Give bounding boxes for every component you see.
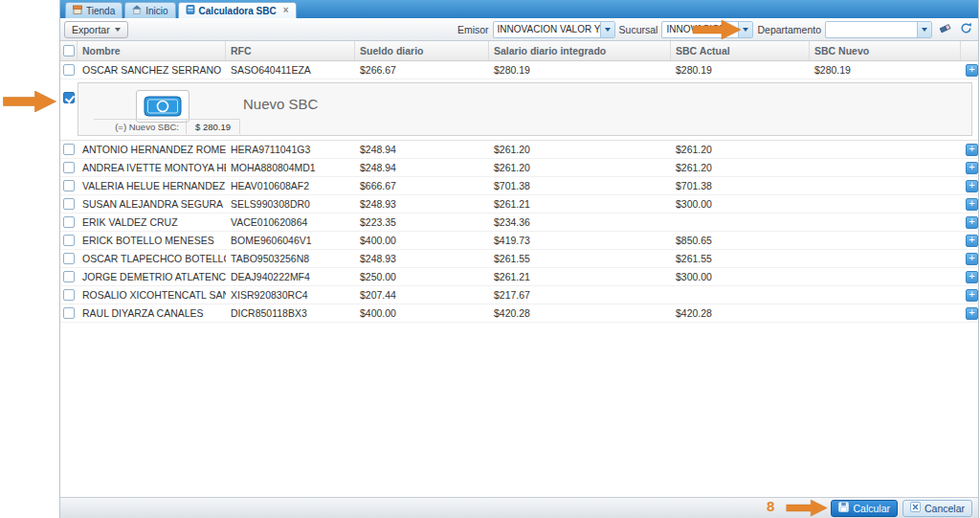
cell-nombre: JORGE DEMETRIO ATLATENCO [78, 271, 226, 282]
cell-sueldo-diario: $248.93 [355, 253, 489, 264]
exportar-button[interactable]: Exportar [64, 21, 128, 38]
row-expand-button[interactable] [966, 289, 978, 302]
table-row[interactable]: ROSALIO XICOHTENCATL SANCHEZ XISR920830R… [60, 286, 978, 304]
select-all-checkbox[interactable] [63, 45, 75, 56]
row-expand-button[interactable] [966, 144, 978, 156]
row-checkbox[interactable] [63, 198, 75, 210]
column-header-salario-diario-integrado[interactable]: Salario diario integrado [489, 41, 671, 60]
money-bill-icon [136, 90, 189, 123]
table-row[interactable]: OSCAR SANCHEZ SERRANO SASO640411EZA $266… [60, 61, 978, 79]
table-row[interactable]: ERICK BOTELLO MENESES BOME9606046V1 $400… [60, 232, 978, 250]
cell-sbc-actual: $850.65 [671, 235, 810, 246]
annotation-arrow-departamento [674, 20, 760, 39]
departamento-select[interactable] [825, 21, 932, 38]
row-expand-button[interactable] [966, 271, 978, 283]
calcular-button[interactable]: Calcular [831, 500, 898, 517]
cell-sueldo-diario: $250.00 [355, 271, 489, 282]
row-checkbox[interactable] [63, 271, 75, 282]
nuevo-sbc-result-row: (=) Nuevo SBC: $ 280.19 [94, 119, 240, 134]
calcular-label: Calcular [853, 503, 890, 514]
table-row[interactable]: VALERIA HELUE HERNANDEZ ALVA... HEAV0106… [60, 177, 978, 195]
tab-bar: Tienda Inicio Calculadora SBC × [60, 0, 978, 18]
cell-rfc: HERA9711041G3 [226, 144, 355, 155]
cell-nombre: OSCAR SANCHEZ SERRANO [78, 64, 226, 76]
close-icon[interactable]: × [283, 6, 289, 15]
row-checkbox[interactable] [63, 144, 75, 155]
cell-rfc: HEAV010608AF2 [226, 180, 355, 191]
cell-nombre: SUSAN ALEJANDRA SEGURA LUNA [78, 198, 226, 210]
tab-label: Tienda [86, 6, 115, 16]
row-expand-button[interactable] [966, 235, 978, 247]
footer-bar: Calcular Cancelar [60, 497, 978, 518]
tab-tienda[interactable]: Tienda [65, 2, 122, 18]
row-expand-button[interactable] [966, 180, 978, 192]
cell-sueldo-diario: $207.44 [355, 289, 489, 301]
column-header-nombre[interactable]: Nombre [78, 41, 226, 60]
cell-salario-diario-integrado: $280.19 [489, 64, 671, 76]
clear-filters-button[interactable] [936, 21, 953, 38]
cell-nombre: ANDREA IVETTE MONTOYA HERNA... [78, 162, 226, 173]
row-checkbox[interactable] [63, 253, 75, 264]
cancelar-button[interactable]: Cancelar [902, 500, 972, 517]
table-row[interactable]: ANDREA IVETTE MONTOYA HERNA... MOHA88080… [60, 159, 978, 177]
cell-sueldo-diario: $266.67 [355, 64, 489, 76]
cell-sueldo-diario: $400.00 [355, 235, 489, 246]
detail-panel-wrap: Nuevo SBC (=) Nuevo SBC: $ 280.19 [78, 79, 978, 140]
nuevo-sbc-panel: Nuevo SBC (=) Nuevo SBC: $ 280.19 [78, 82, 972, 136]
app-window: Tienda Inicio Calculadora SBC × Exportar… [59, 0, 979, 518]
table-row[interactable]: JORGE DEMETRIO ATLATENCO DEAJ940222MF4 $… [60, 268, 978, 286]
cell-salario-diario-integrado: $261.55 [489, 253, 671, 264]
cell-sueldo-diario: $248.94 [355, 162, 489, 173]
cell-rfc: VACE010620864 [226, 216, 355, 228]
nuevo-sbc-result-label: (=) Nuevo SBC: [94, 122, 186, 132]
tab-label: Calculadora SBC [199, 6, 277, 16]
table-row[interactable]: OSCAR TLAPECHCO BOTELLO TABO9503256N8 $2… [60, 250, 978, 268]
table-row[interactable]: SUSAN ALEJANDRA SEGURA LUNA SELS990308DR… [60, 195, 978, 214]
row-checkbox[interactable] [63, 180, 75, 191]
tab-calculadora-sbc[interactable]: Calculadora SBC × [178, 2, 297, 18]
refresh-button[interactable] [957, 21, 974, 38]
row-expand-button[interactable] [966, 253, 978, 265]
cell-nombre: ERIK VALDEZ CRUZ [78, 216, 226, 228]
cell-rfc: SASO640411EZA [226, 64, 355, 76]
row-checkbox[interactable] [63, 64, 75, 76]
cell-salario-diario-integrado: $261.20 [489, 144, 671, 155]
row-expand-button[interactable] [966, 198, 978, 211]
table-row[interactable]: ERIK VALDEZ CRUZ VACE010620864 $223.35 $… [60, 214, 978, 232]
cell-rfc: XISR920830RC4 [226, 289, 355, 301]
row-expand-button[interactable] [966, 307, 978, 320]
cell-sueldo-diario: $400.00 [355, 307, 489, 319]
column-header-rfc[interactable]: RFC [226, 41, 355, 60]
cell-sbc-actual: $280.19 [671, 64, 810, 76]
row-checkbox[interactable] [63, 235, 75, 246]
row-checkbox[interactable] [63, 289, 75, 301]
chevron-down-icon[interactable] [917, 22, 931, 37]
cell-sbc-actual: $261.55 [671, 253, 810, 264]
emisor-value: INNOVACION VALOR Y DE [494, 24, 600, 34]
row-checkbox[interactable] [63, 307, 75, 319]
row-checkbox[interactable] [63, 216, 75, 228]
cell-sbc-actual: $420.28 [671, 307, 810, 319]
tab-inicio[interactable]: Inicio [124, 2, 175, 18]
table-row[interactable]: ANTONIO HERNANDEZ ROMERO HERA9711041G3 $… [60, 141, 978, 159]
cell-sbc-nuevo: $280.19 [810, 64, 961, 76]
emisor-select[interactable]: INNOVACION VALOR Y DE [493, 21, 615, 38]
column-header-sueldo-diario[interactable]: Sueldo diario [355, 41, 489, 60]
row-detail-panel: Nuevo SBC (=) Nuevo SBC: $ 280.19 [60, 79, 978, 141]
cell-sbc-actual: $300.00 [671, 271, 810, 282]
row-checkbox[interactable] [63, 92, 75, 103]
row-expand-button[interactable] [966, 216, 978, 229]
cell-nombre: VALERIA HELUE HERNANDEZ ALVA... [78, 180, 226, 191]
chevron-down-icon[interactable] [600, 22, 614, 37]
detail-panel-title: Nuevo SBC [243, 96, 318, 112]
column-header-sbc-nuevo[interactable]: SBC Nuevo [810, 41, 961, 60]
cell-salario-diario-integrado: $234.36 [489, 216, 671, 228]
cell-nombre: ROSALIO XICOHTENCATL SANCHEZ [78, 289, 226, 301]
row-checkbox[interactable] [63, 162, 75, 173]
cell-sueldo-diario: $666.67 [355, 180, 489, 191]
table-row[interactable]: RAUL DIYARZA CANALES DICR850118BX3 $400.… [60, 304, 978, 323]
row-expand-button[interactable] [966, 162, 978, 174]
row-expand-button[interactable] [966, 64, 978, 77]
column-header-sbc-actual[interactable]: SBC Actual [671, 41, 810, 60]
cell-rfc: BOME9606046V1 [226, 235, 355, 246]
